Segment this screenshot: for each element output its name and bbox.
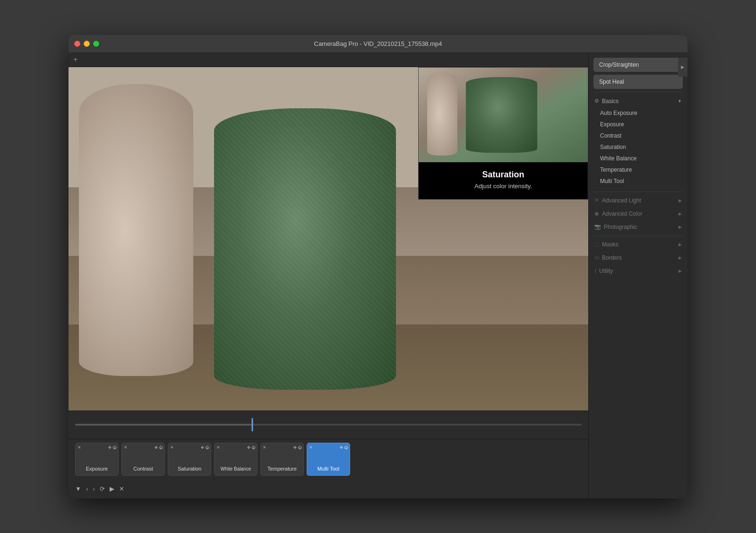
filter-power-icon-5[interactable]: ⏻ [298,446,301,450]
thumbnail-popup: Saturation Adjust color intensity. [418,67,588,200]
filter-label-exposure: Exposure [86,466,108,472]
spot-heal-button[interactable]: Spot Heal [593,75,683,89]
utility-section[interactable]: ⟨ Utility ▶ [589,264,687,278]
filter-icons-contrast: ✤ ⏻ [155,446,163,450]
panel-expand-arrow[interactable]: ▶ [678,58,687,77]
filter-controls-saturation: ✕ ✤ ⏻ [170,445,209,450]
filter-icons-temp: ✤ ⏻ [293,446,301,450]
borders-chevron-icon: ▶ [679,255,682,260]
advanced-light-chevron-icon: ▶ [679,198,682,203]
basics-chevron-icon: ▼ [678,99,682,104]
borders-label: Borders [602,254,622,261]
arrow-right-icon: ▶ [681,64,685,70]
filter-close-wb[interactable]: ✕ [216,445,220,450]
masks-chevron-icon: ▶ [679,242,682,247]
photographic-chevron-icon: ▶ [679,225,682,229]
item-exposure[interactable]: Exposure [589,119,687,130]
filter-strip: ✕ ✤ ⏻ Exposure ✕ ✤ ⏻ [69,439,588,480]
item-contrast[interactable]: Contrast [589,130,687,141]
masks-section[interactable]: ⬚ Masks ▶ [589,238,687,251]
play-button[interactable]: ▶ [110,485,114,492]
basics-section-header[interactable]: ⚙ Basics ▼ [589,94,687,106]
filter-link-icon-2: ✤ [155,446,158,450]
filter-controls-mt: ✕ ✤ ⏻ [309,445,348,450]
canvas-area: Saturation Adjust color intensity. [69,67,588,411]
filter-card-exposure[interactable]: ✕ ✤ ⏻ Exposure [75,443,119,476]
utility-icon: ⟨ [594,268,596,274]
reset-button[interactable]: ⟳ [100,485,105,492]
filter-controls-wb: ✕ ✤ ⏻ [216,445,255,450]
filter-controls-temp: ✕ ✤ ⏻ [263,445,301,450]
filter-close-saturation[interactable]: ✕ [170,445,174,450]
timeline-playhead[interactable] [252,418,253,431]
borders-icon: ▭ [594,254,599,261]
divider-1 [593,92,683,92]
divider-3 [593,236,683,236]
filter-label-white-balance: White Balance [221,466,251,472]
filter-close-contrast[interactable]: ✕ [124,445,128,450]
filter-link-icon-3: ✤ [201,446,204,450]
basics-label: Basics [602,98,619,105]
filter-power-icon-2[interactable]: ⏻ [159,446,163,450]
traffic-lights [74,41,99,47]
timeline-area[interactable] [69,411,588,439]
thumbnail-image [419,68,588,162]
advanced-color-icon: ◉ [594,210,599,217]
left-panel: + Saturation Adjust color [69,53,588,498]
filter-power-icon-4[interactable]: ⏻ [251,446,255,450]
toolbar-top: + [69,53,588,67]
right-panel: ▶ Adjustments Presets Crop/Straighten Sp… [588,53,687,498]
crop-straighten-button[interactable]: Crop/Straighten [593,58,683,72]
bottom-controls: ▼ ‹ › ⟳ ▶ ✕ [69,480,588,498]
filter-card-multi-tool[interactable]: ✕ ✤ ⏻ Multi Tool [307,443,350,476]
item-multi-tool[interactable]: Multi Tool [589,175,687,187]
next-frame-button[interactable]: › [93,485,94,492]
filter-card-temperature[interactable]: ✕ ✤ ⏻ Temperature [260,443,304,476]
advanced-light-section[interactable]: ☀ Advanced Light ▶ [589,194,687,207]
add-icon[interactable]: + [73,55,77,64]
filter-close-temp[interactable]: ✕ [263,445,266,450]
main-content: + Saturation Adjust color [69,53,687,498]
maximize-button[interactable] [93,41,99,47]
filter-card-white-balance[interactable]: ✕ ✤ ⏻ White Balance [214,443,258,476]
divider-2 [593,192,683,192]
right-panel-content: Crop/Straighten Spot Heal ⚙ Basics ▼ Aut… [589,53,687,498]
filter-controls-contrast: ✕ ✤ ⏻ [124,445,163,450]
filter-link-icon-5: ✤ [293,446,297,450]
thumb-vase-left [427,72,457,156]
item-white-balance[interactable]: White Balance [589,153,687,164]
prev-frame-button[interactable]: ‹ [86,485,88,492]
photographic-section[interactable]: 📷 Photographic ▶ [589,220,687,234]
filter-label-temperature: Temperature [267,466,297,472]
menu-icon[interactable]: ▼ [75,485,81,492]
borders-section[interactable]: ▭ Borders ▶ [589,251,687,264]
title-bar: CameraBag Pro - VID_20210215_175538.mp4 [69,35,687,53]
timeline-fill [75,424,252,426]
item-temperature[interactable]: Temperature [589,164,687,175]
advanced-color-chevron-icon: ▶ [679,211,682,216]
filter-label-multi-tool: Multi Tool [318,466,339,472]
item-auto-exposure[interactable]: Auto Exposure [589,107,687,119]
close-button[interactable] [74,41,80,47]
filter-label-saturation: Saturation [178,466,201,472]
filter-icons-wb: ✤ ⏻ [247,446,255,450]
filter-close-exposure[interactable]: ✕ [77,445,81,450]
app-window: CameraBag Pro - VID_20210215_175538.mp4 … [69,35,687,498]
utility-chevron-icon: ▶ [679,269,682,273]
filter-close-mt[interactable]: ✕ [309,445,313,450]
filter-card-saturation[interactable]: ✕ ✤ ⏻ Saturation [168,443,211,476]
thumbnail-info: Saturation Adjust color intensity. [419,162,588,199]
filter-power-icon[interactable]: ⏻ [112,446,116,450]
utility-label: Utility [599,268,613,274]
filter-power-icon-3[interactable]: ⏻ [205,446,209,450]
vase-left [79,84,193,376]
filter-power-icon-6[interactable]: ⏻ [344,446,348,450]
advanced-color-section[interactable]: ◉ Advanced Color ▶ [589,207,687,220]
timeline-track[interactable] [75,424,582,426]
close-button-bottom[interactable]: ✕ [119,485,124,492]
thumbnail-title: Saturation [428,170,578,180]
minimize-button[interactable] [84,41,90,47]
filter-card-contrast[interactable]: ✕ ✤ ⏻ Contrast [121,443,165,476]
item-saturation[interactable]: Saturation [589,141,687,153]
advanced-light-icon: ☀ [594,197,599,203]
